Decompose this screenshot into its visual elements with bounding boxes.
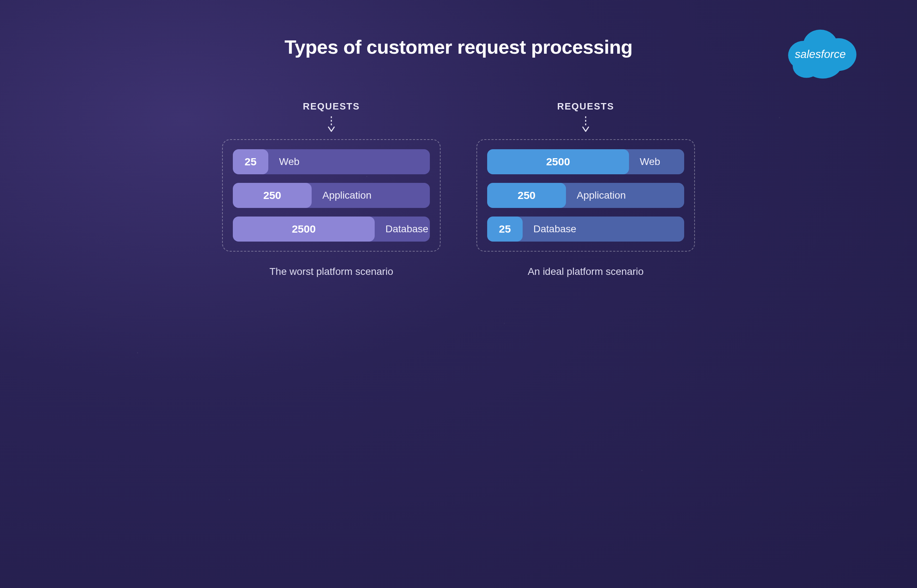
bar-value: 25 bbox=[233, 149, 268, 174]
scenario-caption: An ideal platform scenario bbox=[528, 266, 644, 277]
bar-web: 2500 Web bbox=[487, 149, 684, 174]
cloud-icon: salesforce bbox=[781, 25, 860, 81]
bar-label: Database bbox=[533, 223, 576, 235]
bar-value: 25 bbox=[487, 216, 523, 242]
bar-web: 25 Web bbox=[233, 149, 430, 174]
bar-value: 2500 bbox=[233, 216, 375, 242]
bar-label: Application bbox=[322, 190, 371, 201]
bar-database: 25 Database bbox=[487, 216, 684, 242]
header: Types of customer request processing sal… bbox=[57, 36, 860, 58]
salesforce-logo: salesforce bbox=[781, 25, 860, 81]
scenario-ideal: REQUESTS 2500 Web 250 Application 25 bbox=[476, 101, 695, 277]
requests-label: REQUESTS bbox=[303, 101, 360, 112]
arrow-down-icon bbox=[327, 116, 335, 133]
bar-database: 2500 Database bbox=[233, 216, 430, 242]
bar-value: 250 bbox=[233, 183, 312, 208]
scenarios-grid: REQUESTS 25 Web 250 Application 2500 bbox=[57, 101, 860, 277]
bar-label: Web bbox=[279, 156, 300, 168]
arrow-down-icon bbox=[582, 116, 590, 133]
scenario-ideal-box: 2500 Web 250 Application 25 Database bbox=[476, 139, 695, 252]
page-title: Types of customer request processing bbox=[284, 36, 632, 58]
scenario-worst: REQUESTS 25 Web 250 Application 2500 bbox=[222, 101, 441, 277]
scenario-caption: The worst platform scenario bbox=[269, 266, 393, 277]
bar-application: 250 Application bbox=[233, 183, 430, 208]
requests-label: REQUESTS bbox=[557, 101, 614, 112]
bar-application: 250 Application bbox=[487, 183, 684, 208]
bar-label: Database bbox=[386, 223, 428, 235]
scenario-worst-box: 25 Web 250 Application 2500 Database bbox=[222, 139, 441, 252]
logo-text: salesforce bbox=[795, 48, 846, 60]
bar-value: 2500 bbox=[487, 149, 629, 174]
bar-label: Web bbox=[640, 156, 660, 168]
bar-label: Application bbox=[577, 190, 626, 201]
bar-value: 250 bbox=[487, 183, 566, 208]
